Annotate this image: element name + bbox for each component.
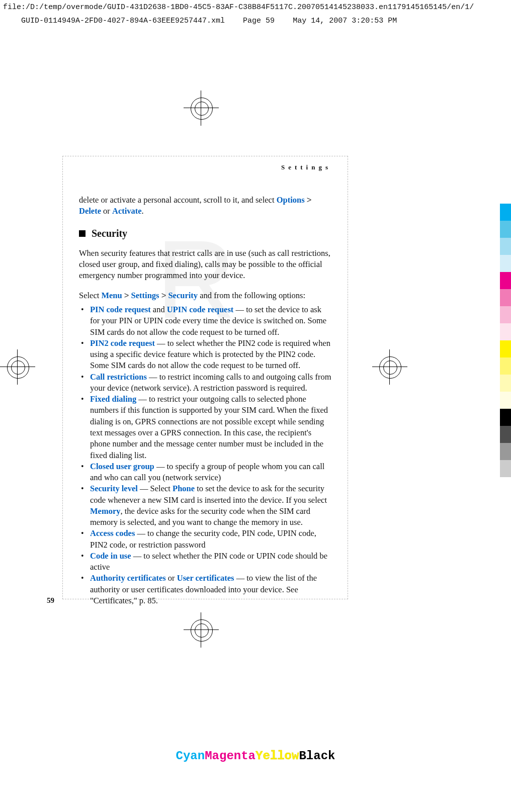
list-item: Fixed dialing — to restrict your outgoin… <box>79 394 331 461</box>
color-swatch <box>500 221 511 238</box>
running-head: Settings <box>63 156 348 186</box>
file-info-line: GUID-0114949A-2FD0-4027-894A-63EEE925744… <box>0 14 511 27</box>
security-link: Security <box>168 291 198 300</box>
section-heading: Security <box>79 228 331 239</box>
xml-filename: GUID-0114949A-2FD0-4027-894A-63EEE925744… <box>21 17 225 25</box>
activate-link: Activate <box>112 206 142 216</box>
color-swatch <box>500 426 511 443</box>
option-term: UPIN code request <box>167 305 234 314</box>
list-item: Security level — Select Phone to set the… <box>79 483 331 528</box>
list-item: Access codes — to change the security co… <box>79 528 331 551</box>
list-item: PIN code request and UPIN code request —… <box>79 304 331 338</box>
color-swatch <box>500 323 511 340</box>
color-swatch <box>500 238 511 255</box>
option-term: Closed user group <box>90 462 154 471</box>
color-swatch <box>500 443 511 460</box>
magenta-label: Magenta <box>205 749 256 763</box>
registration-mark-icon <box>372 349 407 385</box>
color-swatch <box>500 375 511 392</box>
chevron-right-icon: > <box>307 195 312 204</box>
chevron-right-icon: > <box>161 291 166 300</box>
lead-end: . <box>142 206 144 216</box>
delete-link: Delete <box>79 206 101 216</box>
options-list: PIN code request and UPIN code request —… <box>79 304 331 606</box>
color-swatch <box>500 357 511 375</box>
lead-or: or <box>101 206 112 216</box>
option-term: Security level <box>90 484 138 493</box>
color-swatch <box>500 289 511 306</box>
page-label: Page 59 <box>243 17 275 25</box>
color-swatch <box>500 392 511 409</box>
option-term: PIN2 code request <box>90 338 155 348</box>
option-term: Access codes <box>90 528 135 538</box>
nav-post: and from the following options: <box>198 291 305 300</box>
option-term: User certificates <box>177 573 234 583</box>
nav-pre: Select <box>79 291 101 300</box>
color-swatch <box>500 460 511 477</box>
cyan-label: Cyan <box>176 749 205 763</box>
registration-mark-icon <box>184 612 219 648</box>
chevron-right-icon: > <box>124 291 129 300</box>
lead-paragraph: delete or activate a personal account, s… <box>79 194 331 217</box>
page: file:/D:/temp/overmode/GUID-431D2638-1BD… <box>0 0 511 812</box>
option-term: Code in use <box>90 551 131 561</box>
list-item: Call restrictions — to restrict incoming… <box>79 372 331 394</box>
square-bullet-icon <box>79 230 86 237</box>
yellow-label: Yellow <box>256 749 299 763</box>
page-number: 59 <box>47 596 331 605</box>
heading-text: Security <box>92 228 127 239</box>
timestamp: May 14, 2007 3:20:53 PM <box>293 17 397 25</box>
option-term: Fixed dialing <box>90 394 136 404</box>
content-frame: Settings delete or activate a personal a… <box>62 156 348 599</box>
menu-link: Menu <box>101 291 122 300</box>
color-swatch <box>500 340 511 357</box>
file-path-line: file:/D:/temp/overmode/GUID-431D2638-1BD… <box>0 0 511 14</box>
option-term: Authority certificates <box>90 573 166 583</box>
registration-mark-icon <box>184 91 219 126</box>
color-swatch <box>500 409 511 426</box>
list-item: Closed user group — to specify a group o… <box>79 461 331 484</box>
option-term: Call restrictions <box>90 372 147 382</box>
options-link: Options <box>277 195 305 205</box>
black-label: Black <box>299 749 335 763</box>
color-swatch <box>500 204 511 221</box>
registration-mark-icon <box>0 349 35 385</box>
list-item: Code in use — to select whether the PIN … <box>79 551 331 573</box>
color-swatch <box>500 272 511 289</box>
list-item: PIN2 code request — to select whether th… <box>79 338 331 372</box>
nav-paragraph: Select Menu > Settings > Security and fr… <box>79 290 331 301</box>
color-swatch <box>500 255 511 272</box>
option-term: Phone <box>173 484 195 493</box>
lead-text: delete or activate a personal account, s… <box>79 195 277 205</box>
option-term: PIN code request <box>90 305 151 314</box>
color-swatch <box>500 306 511 323</box>
option-term: Memory <box>90 506 120 516</box>
color-bars <box>500 204 511 477</box>
intro-paragraph: When security features that restrict cal… <box>79 248 331 282</box>
settings-link: Settings <box>131 291 159 300</box>
cmyk-footer: CyanMagentaYellowBlack <box>0 749 511 763</box>
